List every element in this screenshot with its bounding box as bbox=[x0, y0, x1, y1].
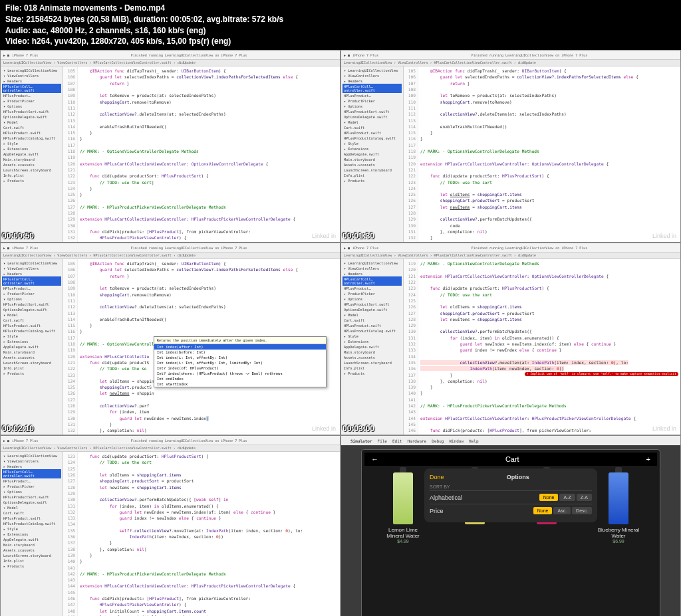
thumbnail-2: ▶ ■ iPhone 7 Plus Finished running Learn… bbox=[340, 50, 681, 243]
thumbnail-6: Simulator File Edit Hardware Debug Windo… bbox=[340, 435, 681, 616]
autocomplete-item[interactable]: Int index(i: Int, offsetBy: Int, limited… bbox=[154, 360, 326, 365]
timestamp: 00:00:50 bbox=[2, 231, 34, 241]
timestamp: 00:01:30 bbox=[342, 231, 374, 241]
menu-simulator[interactable]: Simulator bbox=[350, 439, 372, 443]
back-button[interactable]: ← bbox=[371, 455, 378, 463]
linkedin-watermark: Linked in bbox=[312, 425, 336, 432]
media-info-header: File: 018 Animate movements - Demo.mp4 S… bbox=[0, 0, 681, 50]
timestamp: 00:03:00 bbox=[342, 424, 374, 433]
linkedin-watermark: Linked in bbox=[652, 233, 676, 239]
breadcrumb[interactable]: LearningUICollectionView › ViewControlle… bbox=[341, 60, 680, 66]
autocomplete-item[interactable]: Int? index(of: HPlusProduct) bbox=[154, 365, 326, 371]
autocomplete-popup[interactable]: Returns the position immediately after t… bbox=[154, 336, 327, 387]
autocomplete-item[interactable]: Int index(i: Int, offsetBy: Int) bbox=[154, 355, 326, 360]
product-cell[interactable]: Blueberry Mineral Water$6.99 bbox=[595, 472, 642, 544]
video-line: Video: h264, yuv420p, 1280x720, 405 kb/s… bbox=[5, 36, 676, 47]
cart-content: Lemon Lime Mineral Water$4.99 Blueberry … bbox=[364, 466, 657, 550]
thumbnail-grid: ▶ ■ iPhone 7 Plus Finished running Learn… bbox=[0, 50, 681, 616]
sort-row-price: Price NoneAsc.Desc. bbox=[430, 504, 592, 517]
simulator-menubar[interactable]: Simulator File Edit Hardware Debug Windo… bbox=[341, 436, 680, 445]
breadcrumb[interactable]: LearningUICollectionView › ViewControlle… bbox=[1, 253, 340, 259]
line-gutter: 105 106 107 108 109 110 111 112 113 114 … bbox=[63, 66, 78, 242]
nav-title: Cart bbox=[505, 455, 519, 463]
autocomplete-tip: Returns the position immediately after t… bbox=[154, 337, 326, 344]
breadcrumb[interactable]: LearningUICollectionView › ViewControlle… bbox=[1, 60, 340, 66]
xcode-toolbar[interactable]: ▶ ■ iPhone 7 Plus Finished running Learn… bbox=[1, 243, 340, 253]
audio-line: Audio: aac, 48000 Hz, 2 channels, s16, 1… bbox=[5, 25, 676, 37]
autocomplete-item[interactable]: Int index(after: Int) bbox=[154, 344, 326, 350]
code-body[interactable]: @IBAction func didTapTrash(_ sender: UIB… bbox=[78, 66, 340, 242]
xcode-toolbar[interactable]: ▶ ■ iPhone 7 Plus Finished running Learn… bbox=[341, 51, 680, 60]
code-editor[interactable]: 119 120 121 122 123 124 125 126 127 128 … bbox=[404, 259, 680, 435]
autocomplete-item[interactable]: Int index(before: Int) bbox=[154, 350, 326, 355]
file-line: File: 018 Animate movements - Demo.mp4 bbox=[5, 3, 676, 14]
segmented-control[interactable]: NoneAsc.Desc. bbox=[533, 507, 592, 514]
code-editor[interactable]: 105 106 107 108 109 110 111 112 113 114 … bbox=[404, 66, 680, 242]
menu-hardware[interactable]: Hardware bbox=[407, 439, 426, 443]
project-navigator[interactable]: ▾ LearningUICollectionView ▾ ViewControl… bbox=[1, 259, 63, 435]
linkedin-watermark: Linked in bbox=[652, 425, 676, 432]
product-cell[interactable]: Lemon Lime Mineral Water$4.99 bbox=[380, 472, 426, 544]
error-badge[interactable]: ! Implicit use of 'self' in closure; use… bbox=[525, 372, 678, 377]
project-navigator[interactable]: ▾ LearningUICollectionView ▾ ViewControl… bbox=[1, 452, 63, 616]
cart-navbar: ← Cart + bbox=[364, 453, 657, 466]
thumbnail-4: ▶ ■ iPhone 7 Plus Finished running Learn… bbox=[340, 243, 681, 435]
done-button[interactable]: Done bbox=[430, 474, 444, 480]
autocomplete-item[interactable]: Int? index(where: (HPlusProduct) throws … bbox=[154, 371, 326, 376]
code-editor[interactable]: 105 106 107 108 109 110 111 112 113 114 … bbox=[63, 66, 340, 242]
thumbnail-5: ▶ ■ iPhone 7 Plus Finished running Learn… bbox=[0, 435, 340, 616]
options-sheet: Done Options SORT BY Alphabetical NoneA-… bbox=[424, 468, 597, 522]
menu-debug[interactable]: Debug bbox=[432, 439, 444, 443]
project-navigator[interactable]: ▾ LearningUICollectionView ▾ ViewControl… bbox=[341, 259, 404, 435]
menu-edit[interactable]: Edit bbox=[392, 439, 402, 443]
ios-simulator: Simulator File Edit Hardware Debug Windo… bbox=[341, 436, 680, 616]
xcode-toolbar[interactable]: ▶ ■ iPhone 7 Plus Finished running Learn… bbox=[1, 51, 340, 60]
sort-row-alpha: Alphabetical NoneA-ZZ-A bbox=[430, 490, 592, 504]
breadcrumb[interactable]: LearningUICollectionView › ViewControlle… bbox=[1, 445, 340, 452]
iphone-screen: ← Cart + Lemon Lime Mineral Water$4.99 B… bbox=[361, 449, 660, 616]
linkedin-watermark: Linked in bbox=[312, 233, 336, 239]
menu-file[interactable]: File bbox=[378, 439, 387, 443]
thumbnail-3: ▶ ■ iPhone 7 Plus Finished running Learn… bbox=[0, 243, 340, 435]
menu-help[interactable]: Help bbox=[469, 439, 478, 443]
autocomplete-item[interactable]: Int endIndex bbox=[154, 376, 326, 381]
code-editor[interactable]: 123 124 125 126 127 128 129 130 131 132 … bbox=[63, 452, 340, 616]
size-line: Size: 21584524 bytes (20,58 MiB), durati… bbox=[5, 14, 676, 25]
xcode-toolbar[interactable]: ▶ ■ iPhone 7 Plus Finished running Learn… bbox=[1, 436, 340, 445]
project-navigator[interactable]: ▾ LearningUICollectionView ▾ ViewControl… bbox=[1, 66, 63, 242]
xcode-toolbar[interactable]: ▶ ■ iPhone 7 Plus Finished running Learn… bbox=[341, 243, 680, 253]
timestamp: 00:02:10 bbox=[2, 424, 34, 433]
project-navigator[interactable]: ▾ LearningUICollectionView ▾ ViewControl… bbox=[341, 66, 404, 242]
sheet-title: Options bbox=[507, 474, 529, 480]
thumbnail-1: ▶ ■ iPhone 7 Plus Finished running Learn… bbox=[0, 50, 340, 243]
autocomplete-item[interactable]: Int startIndex bbox=[154, 381, 326, 387]
breadcrumb[interactable]: LearningUICollectionView › ViewControlle… bbox=[341, 253, 680, 259]
sortby-label: SORT BY bbox=[430, 484, 592, 489]
segmented-control[interactable]: NoneA-ZZ-A bbox=[539, 494, 592, 501]
add-button[interactable]: + bbox=[646, 455, 650, 463]
menu-window[interactable]: Window bbox=[449, 439, 464, 443]
